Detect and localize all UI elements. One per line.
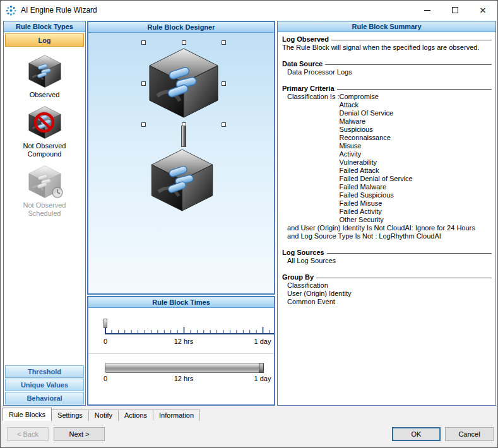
selection-handle[interactable] (182, 40, 186, 45)
cancel-button[interactable]: Cancel (445, 427, 494, 441)
wizard-tab[interactable]: Settings (51, 410, 89, 421)
rule-block-times-area: 0 12 hrs 1 day 0 12 hrs 1 day (88, 308, 274, 404)
rule-block-designer-canvas[interactable] (88, 33, 274, 293)
time-ruler-ticks (105, 323, 274, 336)
observed-time-ruler[interactable] (105, 323, 271, 336)
back-button[interactable]: < Back (7, 427, 49, 441)
classification-value: Vulnerability (340, 158, 413, 167)
selection-handle[interactable] (141, 81, 146, 86)
rule-block-designer-section: Rule Block Designer (87, 21, 275, 295)
criteria-line: and User (Origin) Identity Is Not CloudA… (287, 224, 492, 232)
rule-type-category-button[interactable]: Behavioral (5, 392, 84, 404)
rule-block-types-header: Rule Block Types (4, 21, 85, 32)
maximize-icon (452, 7, 458, 13)
minimize-button[interactable] (413, 1, 441, 20)
time-range-slider[interactable] (105, 363, 271, 373)
rule-block-times-section: Rule Block Times (87, 296, 275, 406)
additional-criteria: and User (Origin) Identity Is Not CloudA… (282, 224, 492, 240)
rule-block-cube[interactable] (148, 148, 216, 213)
observed-time-scale-labels: 0 12 hrs 1 day (105, 338, 271, 346)
selection-handle[interactable] (141, 122, 146, 127)
summary-rule-type-desc: The Rule Block will signal when the spec… (282, 44, 492, 52)
center-panel: Rule Block Designer Rule Block Times (87, 21, 275, 406)
classification-value: Failed Misuse (340, 199, 413, 208)
rule-block-cube-selected[interactable] (146, 47, 222, 119)
observed-cube-icon (27, 54, 62, 88)
summary-data-source-heading: Data Source (282, 60, 323, 68)
rule-block-times-header: Rule Block Times (88, 297, 274, 308)
summary-section-rule-type: Log Observed The Rule Block will signal … (282, 35, 492, 52)
heading-rule (327, 253, 492, 254)
classification-value: Activity (340, 150, 413, 158)
classification-value: Suspicious (340, 126, 413, 134)
classification-value: Failed Attack (340, 167, 413, 175)
group-by-values: ClassificationUser (Origin) IdentityComm… (282, 281, 492, 306)
observed-time-slider-handle[interactable] (104, 319, 107, 328)
rule-type-category-button[interactable]: Threshold (5, 365, 84, 378)
summary-data-source-value: Data Processor Logs (282, 68, 492, 76)
ok-button[interactable]: OK (392, 427, 441, 441)
summary-section-primary-criteria: Primary Criteria Classification Is : Com… (282, 85, 492, 240)
classification-value: Other Security (340, 216, 413, 224)
titlebar: AI Engine Rule Wizard ✕ (1, 1, 497, 20)
next-button[interactable]: Next > (54, 427, 105, 441)
selection-handle[interactable] (141, 40, 146, 45)
classification-value: Failed Malware (340, 183, 413, 191)
summary-rule-type-heading: Log Observed (282, 35, 329, 44)
wizard-tab[interactable]: Rule Blocks (3, 408, 52, 421)
summary-section-log-sources: Log Sources All Log Sources (282, 249, 492, 265)
classification-value: Failed Suspicious (340, 191, 413, 199)
summary-group-by-heading: Group By (282, 273, 314, 281)
summary-section-group-by: Group By ClassificationUser (Origin) Ide… (282, 273, 492, 306)
rule-type-observed-label: Observed (30, 91, 60, 99)
classification-value: Denial Of Service (340, 109, 413, 117)
rule-type-nav-buttons: Threshold Unique Values Behavioral (4, 365, 85, 405)
rule-block-summary-body: Log Observed The Rule Block will signal … (278, 32, 495, 405)
logrhythm-app-icon (6, 5, 16, 16)
rule-type-not-observed-compound-label: Not Observed Compound (10, 142, 80, 158)
classification-value: Malware (340, 117, 413, 126)
window-title: AI Engine Rule Wizard (21, 6, 97, 15)
wizard-tab[interactable]: Actions (118, 410, 153, 421)
criteria-line: and Log Source Type Is Not : LogRhythm C… (287, 232, 492, 240)
rule-block-summary-panel: Rule Block Summary Log Observed The Rule… (277, 21, 496, 406)
classification-value: Attack (340, 101, 413, 109)
heading-rule (331, 40, 492, 40)
ai-engine-rule-wizard-window: AI Engine Rule Wizard ✕ Rule Block Types… (0, 0, 498, 448)
rule-type-not-observed-scheduled-label: Not Observed Scheduled (10, 201, 80, 218)
clock-icon (51, 186, 64, 199)
classification-value: Failed Activity (340, 208, 413, 216)
rule-type-observed[interactable]: Observed (4, 54, 85, 99)
wizard-tabs: Rule BlocksSettingsNotifyActionsInformat… (3, 408, 200, 421)
rule-type-not-observed-compound[interactable]: Not Observed Compound (4, 105, 85, 158)
block-connector-peg[interactable] (181, 126, 186, 147)
group-by-value: Classification (287, 281, 492, 290)
rule-type-category-button[interactable]: Unique Values (5, 379, 84, 391)
window-controls: ✕ (413, 1, 497, 20)
classification-is-label: Classification Is : (287, 93, 340, 224)
selection-handle[interactable] (222, 122, 226, 127)
heading-rule (316, 278, 492, 278)
summary-primary-criteria-heading: Primary Criteria (282, 85, 335, 93)
summary-section-data-source: Data Source Data Processor Logs (282, 60, 492, 76)
wizard-tab[interactable]: Information (153, 410, 200, 421)
time-range-thumb[interactable] (259, 363, 264, 373)
selection-handle[interactable] (222, 81, 226, 86)
group-by-value: User (Origin) Identity (287, 290, 492, 298)
heading-rule (325, 64, 492, 65)
rule-type-log-button[interactable]: Log (5, 33, 84, 47)
maximize-button[interactable] (441, 1, 469, 20)
group-by-value: Common Event (287, 298, 492, 306)
heading-rule (337, 89, 492, 90)
rule-block-types-panel: Rule Block Types Log Observed Not Observ… (3, 21, 86, 406)
minimize-icon (424, 10, 430, 11)
times-divider (88, 353, 274, 354)
time-range-bar[interactable] (105, 363, 264, 373)
summary-log-sources-heading: Log Sources (282, 249, 324, 257)
classification-values: CompromiseAttackDenial Of ServiceMalware… (340, 93, 413, 224)
rule-block-summary-header: Rule Block Summary (278, 21, 495, 32)
close-button[interactable]: ✕ (469, 1, 497, 20)
wizard-tab[interactable]: Notify (88, 410, 119, 421)
range-time-scale-labels: 0 12 hrs 1 day (105, 375, 271, 383)
selection-handle[interactable] (222, 40, 226, 45)
